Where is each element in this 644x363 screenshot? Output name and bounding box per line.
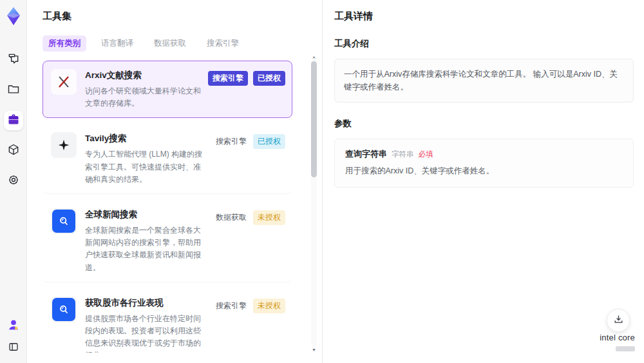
tool-description: 全球新闻搜索是一个聚合全球各大新闻网站内容的搜索引擎，帮助用户快速获取全球最新资… [85,224,208,274]
tool-detail-panel: 工具详情 工具介绍 一个用于从Arxiv存储库搜索科学论文和文章的工具。 输入可… [322,0,644,363]
param-card: 查询字符串 字符串 必填 用于搜索的Arxiv ID、关键字或作者姓名。 [334,139,634,188]
tool-intro-text: 一个用于从Arxiv存储库搜索科学论文和文章的工具。 输入可以是Arxiv ID… [334,59,634,103]
category-badge: 搜索引擎 [214,134,248,149]
category-badge: 搜索引擎 [208,71,248,86]
tab-data-fetch[interactable]: 数据获取 [148,35,192,52]
tool-name: 获取股市各行业表现 [85,297,208,309]
diamond-logo-icon [5,6,22,28]
tool-item-stock-sector[interactable]: 获取股市各行业表现 提供股票市场各个行业在特定时间段内的表现。投资者可以利用这些… [43,288,292,353]
status-badge: 未授权 [253,210,285,225]
list-scrollbar[interactable]: ▲ ▼ [311,58,317,347]
param-description: 用于搜索的Arxiv ID、关键字或作者姓名。 [345,166,623,177]
sidebar-item-plugins[interactable] [4,141,23,161]
intel-core-logo: intel core [600,333,635,354]
left-icon-rail [0,0,27,363]
chat-icon [7,52,20,68]
status-badge: 未授权 [253,299,285,313]
tool-description: 专为人工智能代理 (LLM) 构建的搜索引擎工具。可快速提供实时、准确和真实的结… [85,148,208,186]
sidebar-item-tools[interactable] [4,111,23,130]
page-title: 工具集 [43,10,307,23]
scrollbar-down-arrow[interactable]: ▼ [312,348,316,352]
download-icon [613,314,624,328]
sidebar-item-files[interactable] [4,81,23,100]
sidebar-item-settings[interactable] [4,172,23,191]
tool-list-panel: 工具集 所有类别 语言翻译 数据获取 搜索引擎 Arxiv文献搜索 访问各个研究… [27,0,322,363]
news-search-icon [51,208,77,234]
tool-item-arxiv[interactable]: Arxiv文献搜索 访问各个研究领域大量科学论文和文章的存储库。 搜索引擎 已授… [43,61,292,118]
detail-title: 工具详情 [334,10,634,23]
tool-item-tavily[interactable]: Tavily搜索 专为人工智能代理 (LLM) 构建的搜索引擎工具。可快速提供实… [43,124,292,194]
stock-sector-icon [51,297,77,322]
params-heading: 参数 [334,118,634,130]
app-window: 工具集 所有类别 语言翻译 数据获取 搜索引擎 Arxiv文献搜索 访问各个研究… [0,0,644,363]
tool-description: 访问各个研究领域大量科学论文和文章的存储库。 [85,85,202,110]
tab-translation[interactable]: 语言翻译 [95,35,139,52]
intel-badge [616,346,635,351]
status-badge: 已授权 [253,71,285,86]
cube-icon [7,143,20,159]
category-badge: 数据获取 [214,210,248,225]
tool-name: 全球新闻搜索 [85,209,208,221]
tab-all-categories[interactable]: 所有类别 [43,35,86,52]
category-badge: 搜索引擎 [214,299,248,313]
param-required-flag: 必填 [419,150,433,159]
param-name: 查询字符串 [345,148,387,160]
tool-list: Arxiv文献搜索 访问各个研究领域大量科学论文和文章的存储库。 搜索引擎 已授… [43,61,307,353]
avatar[interactable] [6,318,21,335]
tool-description: 提供股票市场各个行业在特定时间段内的表现。投资者可以利用这些信息来识别表现优于或… [85,313,208,353]
tab-search-engine[interactable]: 搜索引擎 [201,35,245,52]
tool-item-global-news[interactable]: 全球新闻搜索 全球新闻搜索是一个聚合全球各大新闻网站内容的搜索引擎，帮助用户快速… [43,200,292,282]
arxiv-logo-icon [51,69,77,95]
sidebar-item-chat[interactable] [4,50,23,70]
param-type: 字符串 [392,150,414,159]
gear-icon [7,173,20,189]
collapse-panel-icon[interactable] [8,341,19,355]
download-button[interactable] [607,309,630,332]
intro-heading: 工具介绍 [334,38,634,50]
status-badge: 已授权 [253,134,285,149]
folder-icon [7,83,20,98]
tavily-star-icon [51,132,77,158]
scrollbar-thumb[interactable] [311,61,317,177]
tool-name: Tavily搜索 [85,133,208,144]
tool-name: Arxiv文献搜索 [85,70,202,81]
briefcase-icon [7,113,20,128]
category-tabs: 所有类别 语言翻译 数据获取 搜索引擎 [43,35,307,52]
